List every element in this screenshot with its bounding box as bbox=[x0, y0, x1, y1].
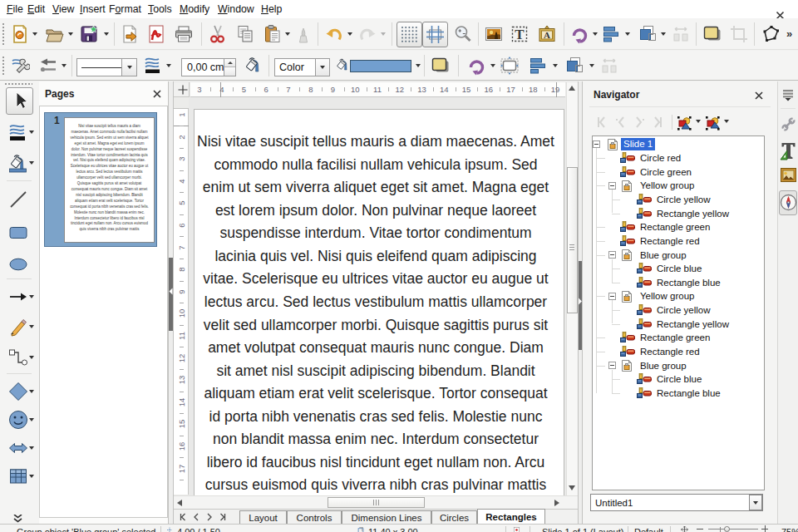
svg-text:T: T bbox=[515, 27, 525, 42]
svg-text:A: A bbox=[544, 30, 550, 40]
